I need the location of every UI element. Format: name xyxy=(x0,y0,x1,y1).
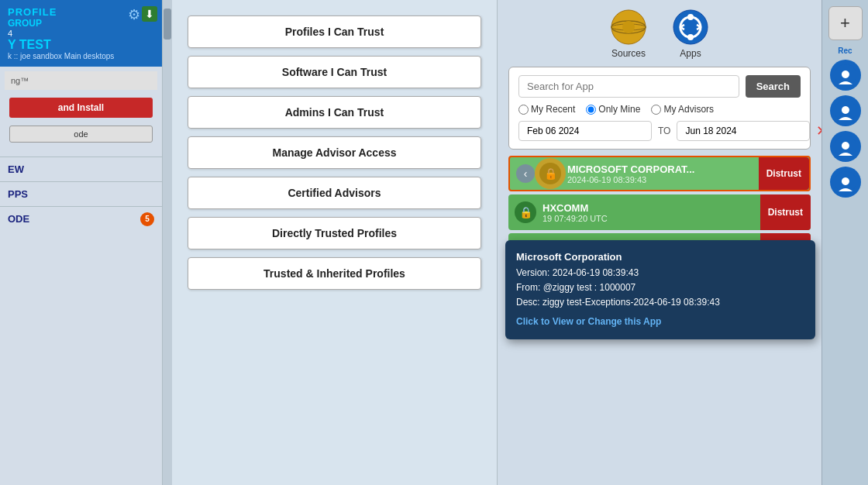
app-name: HXCOMM xyxy=(542,202,760,214)
apps-icon xyxy=(671,8,710,46)
mode-button[interactable]: ode xyxy=(9,126,153,143)
app-name: MICROSOFT CORPORAT... xyxy=(567,163,759,175)
scrollbar-thumb[interactable] xyxy=(164,9,171,40)
orange-highlight xyxy=(535,158,566,189)
apps-icon-label[interactable]: Apps xyxy=(671,8,710,59)
menu-directly-trusted-profiles[interactable]: Directly Trusted Profiles xyxy=(188,217,481,249)
tooltip-from: From: @ziggy test : 1000007 xyxy=(516,280,804,295)
tooltip-click-label[interactable]: Click to View or Change this App xyxy=(516,315,804,329)
trademark-section: ng™ xyxy=(5,71,157,90)
app-info: HXCOMM 19 07:49:20 UTC xyxy=(542,202,760,223)
app-row[interactable]: ‹ 🔒 MICROSOFT CORPORAT... 2024-06-19 08:… xyxy=(508,156,811,191)
search-input[interactable] xyxy=(518,75,739,98)
avatar-4[interactable] xyxy=(830,167,861,198)
menu-certified-advisors[interactable]: Certified Advisors xyxy=(188,177,481,209)
lock-icon: 🔒 xyxy=(515,201,536,223)
sidebar-header: ⚙ ⬇ PROFILE GROUP 4 Y TEST k :: joe sand… xyxy=(0,0,162,67)
install-button[interactable]: and Install xyxy=(9,98,153,118)
app-info: MICROSOFT CORPORAT... 2024-06-19 08:39:4… xyxy=(567,163,759,184)
apps-label: Apps xyxy=(680,48,701,59)
lock-icon: 🔒 xyxy=(539,163,561,184)
radio-my-advisors[interactable]: My Advisors xyxy=(651,104,714,115)
name-label: Y TEST xyxy=(8,38,154,52)
svg-point-3 xyxy=(622,21,635,33)
far-right-panel: + Rec xyxy=(822,0,868,485)
distrust-button-0[interactable]: Distrust xyxy=(759,157,809,190)
menu-manage-advisor-access[interactable]: Manage Advisor Access xyxy=(188,136,481,169)
avatar-2[interactable] xyxy=(830,95,861,126)
nav-arrow-button[interactable]: ‹ xyxy=(516,164,535,183)
tooltip-popup[interactable]: Microsoft Corporation Version: 2024-06-1… xyxy=(505,240,815,339)
clear-date-button[interactable]: ✕ xyxy=(816,122,822,139)
menu-list: Profiles I Can Trust Software I Can Trus… xyxy=(172,0,497,305)
add-button[interactable]: + xyxy=(828,6,863,40)
sidebar-bottom-items: EW PPS ODE 5 xyxy=(0,157,162,231)
sidebar: ⚙ ⬇ PROFILE GROUP 4 Y TEST k :: joe sand… xyxy=(0,0,163,485)
search-button[interactable]: Search xyxy=(746,75,801,98)
desc-label: k :: joe sandbox Main desktops xyxy=(8,52,154,60)
date-from-field[interactable] xyxy=(518,121,652,141)
sidebar-scroll: ng™ and Install ode EW PPS ODE 5 xyxy=(0,67,162,485)
middle-panel: Profiles I Can Trust Software I Can Trus… xyxy=(172,0,498,485)
menu-admins-can-trust[interactable]: Admins I Can Trust xyxy=(188,96,481,129)
right-panel: Sources Apps Search xyxy=(498,0,822,485)
download-icon[interactable]: ⬇ xyxy=(142,6,157,22)
menu-trusted-inherited-profiles[interactable]: Trusted & Inherited Profiles xyxy=(188,257,481,290)
apps-sources-bar: Sources Apps xyxy=(498,0,822,67)
svg-point-6 xyxy=(687,34,694,40)
radio-row: My Recent Only Mine My Advisors xyxy=(518,104,801,115)
gear-icon[interactable]: ⚙ xyxy=(128,6,140,23)
menu-profiles-can-trust[interactable]: Profiles I Can Trust xyxy=(188,15,481,48)
sources-icon xyxy=(609,8,648,46)
sources-label: Sources xyxy=(611,48,646,59)
sources-icon-label[interactable]: Sources xyxy=(609,8,648,59)
date-to-field[interactable] xyxy=(677,121,810,141)
search-row: Search xyxy=(518,75,801,98)
sidebar-item-pps[interactable]: PPS xyxy=(0,181,162,206)
sidebar-item-ode[interactable]: ODE 5 xyxy=(0,206,162,231)
app-row[interactable]: 🔒 HXCOMM 19 07:49:20 UTC Distrust xyxy=(508,194,811,230)
tooltip-version: Version: 2024-06-19 08:39:43 xyxy=(516,266,804,280)
app-date: 2024-06-19 08:39:43 xyxy=(567,175,759,184)
rec-label: Rec xyxy=(838,46,852,55)
avatar-1[interactable] xyxy=(830,60,861,91)
radio-only-mine[interactable]: Only Mine xyxy=(586,104,640,115)
distrust-button-1[interactable]: Distrust xyxy=(760,194,811,230)
tooltip-title: Microsoft Corporation xyxy=(516,249,804,266)
date-row: TO ✕ xyxy=(518,121,801,141)
tooltip-desc: Desc: ziggy test-Exceptions-2024-06-19 0… xyxy=(516,295,804,310)
search-area: Search My Recent Only Mine My Advisors T… xyxy=(508,67,811,150)
radio-my-recent[interactable]: My Recent xyxy=(518,104,575,115)
trademark: ™ xyxy=(20,76,29,85)
badge: 5 xyxy=(140,212,154,226)
id-label: 4 xyxy=(8,29,154,38)
app-date: 19 07:49:20 UTC xyxy=(542,214,760,223)
svg-point-5 xyxy=(687,14,694,20)
sidebar-item-ew[interactable]: EW xyxy=(0,157,162,181)
menu-software-can-trust[interactable]: Software I Can Trust xyxy=(188,56,481,88)
to-label: TO xyxy=(658,126,670,136)
avatar-3[interactable] xyxy=(830,131,861,162)
scrollbar-track[interactable] xyxy=(163,0,172,485)
